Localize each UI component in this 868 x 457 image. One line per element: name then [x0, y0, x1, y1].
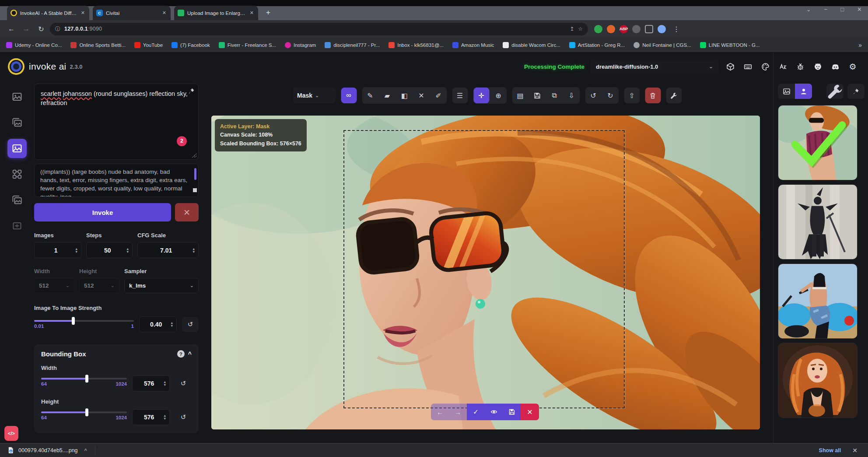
resize-grip[interactable] — [193, 188, 197, 192]
url-bar[interactable]: ⓘ 127.0.0.1:9090 ↥ ☆ — [50, 23, 588, 35]
download-image-button[interactable]: ⇩ — [564, 88, 579, 103]
gallery-thumbnail[interactable] — [778, 184, 858, 260]
canvas-settings-button[interactable] — [666, 88, 682, 103]
download-menu-icon[interactable]: ^ — [84, 448, 87, 453]
discard-staging-button[interactable]: ✕ — [521, 404, 539, 420]
chrome-menu-icon[interactable]: ⋮ — [670, 23, 682, 35]
bookmark-item[interactable]: discipleneil777 - Pr... — [325, 42, 380, 48]
bookmark-item[interactable]: ArtStation - Greg R... — [569, 42, 625, 48]
move-tool-button[interactable]: ✛ — [473, 88, 489, 103]
browser-tab-invokeai[interactable]: InvokeAI - A Stable Diffusion Too ✕ — [7, 6, 89, 20]
language-button[interactable] — [777, 61, 788, 72]
stepper-arrows[interactable]: ▴▾ — [164, 414, 166, 420]
stepper-arrows[interactable]: ▴▾ — [192, 247, 195, 253]
bounding-box-overlay[interactable] — [343, 130, 625, 408]
strength-slider[interactable] — [34, 320, 134, 322]
unified-canvas[interactable]: Active Layer: Mask Canvas Scale: 108% Sc… — [211, 116, 760, 429]
copy-to-clipboard-button[interactable]: ⧉ — [546, 88, 562, 103]
download-item[interactable]: 000979.40d74eb5....png ^ — [7, 446, 87, 454]
window-minimize-button[interactable]: − — [824, 6, 828, 13]
browser-tab-civitai[interactable]: C Civitai ✕ — [93, 6, 171, 20]
gallery-user-view-button[interactable] — [795, 84, 812, 99]
save-staging-button[interactable] — [503, 404, 521, 420]
gallery-thumbnail[interactable] — [778, 264, 858, 339]
tab-unified-canvas[interactable] — [7, 139, 27, 158]
close-shelf-button[interactable]: ✕ — [852, 447, 858, 454]
bookmark-item[interactable]: Amazon Music — [452, 42, 494, 48]
bookmark-item[interactable]: disable Wacom Circ... — [503, 42, 560, 48]
bookmark-item[interactable]: Udemy - Online Co... — [6, 42, 62, 48]
forward-button[interactable]: → — [20, 23, 32, 35]
gallery-thumbnail[interactable] — [778, 343, 858, 418]
pin-options-icon[interactable] — [188, 88, 195, 97]
extension-mute-icon[interactable] — [607, 25, 615, 33]
gallery-images-view-button[interactable] — [778, 84, 795, 99]
window-menu-icon[interactable]: ⌄ — [806, 6, 811, 13]
prompt-input[interactable]: scarlett johansson (round sunglasses) re… — [34, 84, 199, 160]
stepper-arrows[interactable]: ▴▾ — [126, 247, 129, 253]
bookmarks-overflow-icon[interactable]: » — [858, 42, 862, 49]
profile-avatar[interactable] — [658, 25, 666, 33]
adblock-plus-icon[interactable]: ABP — [620, 25, 628, 33]
enable-mask-button[interactable]: ∞ — [341, 88, 357, 103]
eraser-tool-button[interactable]: ▰ — [379, 88, 395, 103]
strength-stepper[interactable]: 0.40▴▾ — [139, 316, 177, 332]
tab-text-to-image[interactable] — [7, 87, 27, 106]
github-button[interactable] — [812, 61, 823, 72]
help-icon[interactable]: ? — [177, 350, 185, 358]
sampler-select[interactable]: k_lms⌄ — [124, 278, 199, 293]
negative-prompt-input[interactable]: ((implants)) (large boobs) nude bad anat… — [34, 164, 199, 197]
window-maximize-button[interactable]: □ — [840, 6, 844, 13]
layer-select[interactable]: Mask ⌄ — [293, 88, 336, 103]
redo-button[interactable]: ↻ — [602, 88, 618, 103]
console-toggle-button[interactable]: </> — [4, 426, 18, 441]
merge-visible-button[interactable]: ▤ — [512, 88, 528, 103]
resize-grip[interactable] — [192, 153, 196, 158]
extensions-puzzle-icon[interactable] — [632, 25, 640, 33]
reset-view-button[interactable]: ⊕ — [490, 88, 506, 103]
steps-stepper[interactable]: 50▴▾ — [86, 242, 133, 258]
bbox-width-reset-button[interactable]: ↺ — [175, 376, 192, 391]
side-panel-icon[interactable] — [645, 25, 653, 33]
extension-green-icon[interactable] — [594, 25, 602, 33]
color-picker-button[interactable]: ✐ — [430, 88, 446, 103]
gallery-thumbnail-selected[interactable] — [778, 105, 858, 180]
show-hide-staging-button[interactable] — [485, 404, 503, 420]
tab-image-to-image[interactable] — [7, 113, 27, 132]
site-info-icon[interactable]: ⓘ — [55, 25, 60, 33]
previous-staging-image-button[interactable]: ← — [431, 404, 449, 420]
share-icon[interactable]: ↥ — [570, 26, 574, 32]
bookmark-item[interactable]: Fiverr - Freelance S... — [219, 42, 276, 48]
reload-button[interactable]: ↻ — [35, 23, 47, 35]
new-tab-button[interactable]: + — [262, 7, 274, 18]
report-bug-button[interactable] — [794, 61, 806, 72]
back-button[interactable]: ← — [5, 23, 18, 35]
bbox-width-stepper[interactable]: 576▴▾ — [132, 376, 170, 391]
cfg-stepper[interactable]: 7.01▴▾ — [137, 242, 199, 258]
tab-close-icon[interactable]: ✕ — [249, 10, 255, 16]
erase-bounding-box-button[interactable]: ✕ — [413, 88, 429, 103]
scrollbar-thumb[interactable] — [194, 168, 196, 180]
stepper-arrows[interactable]: ▴▾ — [171, 321, 173, 327]
clear-canvas-button[interactable] — [645, 88, 661, 103]
invoke-button[interactable]: Invoke — [34, 203, 171, 221]
stepper-arrows[interactable]: ▴▾ — [75, 247, 77, 253]
tab-nodes[interactable] — [7, 165, 27, 184]
tab-training[interactable] — [7, 216, 27, 236]
settings-button[interactable]: ⚙ — [847, 61, 858, 72]
bbox-height-stepper[interactable]: 576▴▾ — [132, 409, 170, 425]
show-all-downloads-button[interactable]: Show all — [819, 447, 841, 453]
brush-options-button[interactable]: ☰ — [452, 88, 468, 103]
next-staging-image-button[interactable]: → — [449, 404, 467, 420]
bbox-height-slider[interactable] — [41, 411, 127, 413]
bookmark-item[interactable]: Online Sports Betti... — [70, 42, 125, 48]
brush-tool-button[interactable]: ✎ — [362, 88, 378, 103]
bbox-height-reset-button[interactable]: ↺ — [175, 410, 192, 425]
cancel-button[interactable]: ✕ — [175, 203, 199, 221]
bookmark-item[interactable]: Inbox - klk56831@... — [388, 42, 444, 48]
fill-bounding-box-button[interactable]: ◧ — [396, 88, 412, 103]
gallery-pin-button[interactable] — [847, 84, 864, 99]
browser-tab-upload[interactable]: Upload Image to Enlarge & Enha ✕ — [174, 6, 258, 20]
strength-reset-button[interactable]: ↺ — [182, 317, 199, 332]
bookmark-item[interactable]: (7) Facebook — [172, 42, 210, 48]
